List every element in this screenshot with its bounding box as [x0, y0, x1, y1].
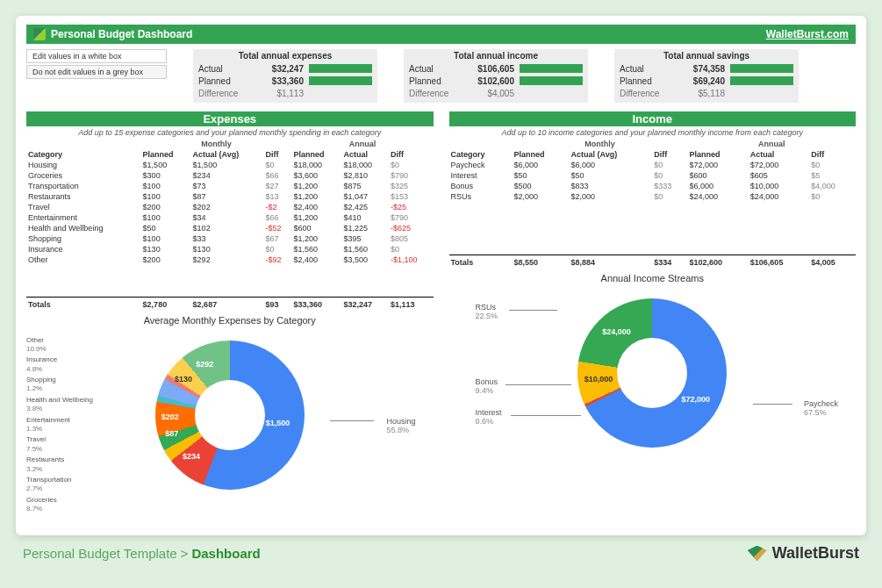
wallet-icon: [33, 28, 46, 40]
income-donut-chart: $72,000$10,000$24,000 RSUs 22.5% Bonus 9…: [449, 285, 857, 461]
table-row[interactable]: Paycheck$6,000$6,000$0$72,000$72,000$0: [449, 160, 857, 170]
summary-header: Total annual savings: [620, 51, 793, 61]
table-row[interactable]: Restaurants$100$87$13$1,200$1,047$153: [26, 191, 434, 202]
bar-icon: [520, 64, 583, 73]
expenses-totals-row: Totals $2,780 $2,687 $93 $33,360 $32,247…: [26, 297, 434, 310]
bar-icon: [520, 76, 583, 85]
spreadsheet-sheet: Personal Budget Dashboard WalletBurst.co…: [16, 16, 866, 535]
table-row[interactable]: Transportation$100$73$27$1,200$875$325: [26, 181, 434, 191]
table-row[interactable]: RSUs$2,000$2,000$0$24,000$24,000$0: [449, 191, 857, 202]
bar-icon: [730, 64, 793, 73]
summary-header: Total annual expenses: [198, 51, 372, 61]
note-locked: Do not edit values in a grey box: [26, 65, 167, 79]
income-header: Income: [449, 111, 857, 126]
table-row[interactable]: Other$200$292-$92$2,400$3,500-$1,100: [26, 255, 434, 265]
table-row[interactable]: Travel$200$202-$2$2,400$2,425-$25: [26, 202, 434, 212]
table-row[interactable]: Shopping$100$33$67$1,200$395$805: [26, 233, 434, 244]
titlebar: Personal Budget Dashboard WalletBurst.co…: [26, 25, 856, 44]
page-title: Personal Budget Dashboard: [51, 28, 192, 40]
income-chart-title: Annual Income Streams: [449, 273, 857, 283]
income-note: Add up to 10 income categories and your …: [449, 126, 857, 139]
breadcrumb[interactable]: Personal Budget Template: [23, 546, 177, 561]
expenses-chart-title: Average Monthly Expenses by Category: [26, 315, 434, 326]
bar-icon: [309, 64, 372, 73]
table-row[interactable]: Entertainment$100$34$66$1,200$410$790: [26, 212, 434, 223]
bar-icon: [730, 76, 793, 85]
breadcrumb-current: Dashboard: [191, 546, 260, 561]
table-row[interactable]: Interest$50$50$0$600$605$5: [449, 170, 857, 181]
expenses-panel: Expenses Add up to 15 expense categories…: [26, 111, 434, 503]
summary-expenses: Total annual expenses Actual$32,247 Plan…: [193, 49, 377, 103]
site-link[interactable]: WalletBurst.com: [766, 28, 849, 40]
footer: Personal Budget Template > Dashboard Wal…: [16, 535, 866, 563]
expenses-table: Monthly Annual Category Planned Actual (…: [26, 139, 434, 310]
bar-icon: [309, 76, 372, 85]
summary-income: Total annual income Actual$106,605 Plann…: [404, 49, 588, 103]
table-row[interactable]: Insurance$130$130$0$1,560$1,560$0: [26, 244, 434, 255]
edit-notes: Edit values in a white box Do not edit v…: [26, 49, 167, 103]
table-row[interactable]: Groceries$300$234$66$3,600$2,810$790: [26, 170, 434, 181]
wallet-icon: [748, 546, 767, 562]
income-totals-row: Totals $8,550 $8,884 $334 $102,600 $106,…: [449, 255, 857, 268]
table-row[interactable]: Bonus$500$833$333$6,000$10,000$4,000: [449, 181, 857, 191]
brand-logo[interactable]: WalletBurst: [748, 544, 859, 563]
summary-savings: Total annual savings Actual$74,358 Plann…: [614, 49, 799, 103]
table-row[interactable]: Housing$1,500$1,500$0$18,000$18,000$0: [26, 160, 434, 170]
note-editable: Edit values in a white box: [26, 49, 167, 63]
income-table: Monthly Annual Category Planned Actual (…: [449, 139, 857, 268]
table-row[interactable]: Health and Wellbeing$50$102-$52$600$1,22…: [26, 223, 434, 233]
income-panel: Income Add up to 10 income categories an…: [449, 111, 857, 503]
expenses-header: Expenses: [26, 111, 434, 126]
expenses-donut-chart: Other10.9%Insurance4.8%Shopping1.2%Healt…: [26, 327, 434, 503]
expenses-note: Add up to 15 expense categories and your…: [26, 126, 434, 139]
summary-header: Total annual income: [409, 51, 583, 61]
